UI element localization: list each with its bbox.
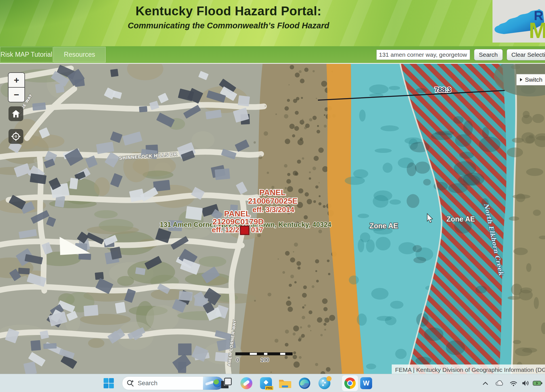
battery-charging-icon — [533, 380, 543, 387]
search-button[interactable]: Search — [474, 49, 503, 60]
panel-a-line1: PANEL — [259, 188, 286, 197]
taskbar-search-box[interactable]: Search — [122, 376, 224, 390]
scale-hundred-label: 100 — [261, 357, 269, 363]
preview-app-button[interactable]: PRE — [260, 377, 272, 389]
search-icon — [126, 379, 135, 387]
copilot-icon — [240, 377, 252, 389]
main-navbar: Risk MAP Tutorial Resources Search Clear… — [0, 46, 545, 63]
page-title: Kentucky Flood Hazard Portal: — [94, 4, 363, 18]
attribution-text: FEMA | Kentucky Division of Geographic I… — [395, 366, 545, 373]
portal-header: Kentucky Flood Hazard Portal: Communicat… — [0, 0, 545, 46]
hidden-icons-button[interactable] — [482, 381, 489, 386]
address-search-input[interactable] — [376, 50, 470, 60]
taskbar-search-placeholder: Search — [138, 380, 203, 387]
zoom-in-button[interactable]: + — [9, 73, 24, 87]
switch-basemap-button[interactable]: Switch — [516, 74, 545, 85]
clear-selection-button[interactable]: Clear Selection — [507, 49, 545, 60]
panel-b-line3a: eff. 12/2 — [212, 225, 239, 234]
chevron-up-icon — [482, 381, 489, 386]
volume-tray-button[interactable] — [521, 380, 530, 387]
start-button[interactable] — [103, 378, 114, 389]
file-explorer-icon — [278, 378, 292, 389]
onedrive-cloud-icon — [494, 380, 504, 387]
logo-letter-m: M — [529, 18, 545, 43]
onedrive-tray-button[interactable] — [494, 380, 504, 387]
tab-risk-map-tutorial-label: Risk MAP Tutorial — [1, 51, 52, 58]
address-marker[interactable] — [240, 226, 249, 235]
wifi-icon — [509, 380, 518, 387]
task-view-icon — [220, 377, 232, 389]
map-canvas[interactable]: 788.3 SHINNECOCK HILLS DR AMEN CORNER WA… — [0, 63, 545, 375]
locate-button[interactable] — [9, 129, 23, 144]
word-button[interactable]: W — [360, 377, 372, 389]
tab-resources[interactable]: Resources — [53, 47, 106, 62]
switch-label: Switch — [525, 76, 542, 83]
blue-orb-app-button[interactable] — [318, 377, 330, 389]
zone-ae-label-left: Zone AE — [370, 222, 398, 230]
home-extent-button[interactable] — [9, 106, 23, 121]
task-view-button[interactable] — [220, 377, 232, 389]
panel-a-line2: 2100670025E — [248, 197, 297, 205]
windows-taskbar: Search PRE — [0, 374, 545, 392]
locate-crosshair-icon — [11, 132, 20, 141]
windows-start-icon — [103, 378, 114, 389]
page-subtitle: Communicating the Commonwealth’s Flood H… — [94, 21, 363, 30]
edge-button[interactable] — [298, 377, 311, 389]
chrome-icon — [344, 378, 356, 389]
file-explorer-button[interactable] — [278, 378, 292, 389]
switch-arrow-icon — [520, 78, 522, 81]
panel-b-line3b: 017 — [251, 225, 263, 234]
pre-badge: PRE — [265, 386, 273, 390]
blue-orb-app-icon — [318, 377, 330, 389]
battery-tray-button[interactable] — [533, 380, 543, 387]
zoom-out-button[interactable]: − — [9, 88, 24, 102]
preview-app-icon: PRE — [260, 377, 272, 389]
panel-a-line3: eff. 3/3/2014 — [252, 205, 294, 214]
copilot-button[interactable] — [240, 377, 252, 389]
home-icon — [12, 110, 20, 118]
aerial-map-image: 788.3 SHINNECOCK HILLS DR AMEN CORNER WA… — [0, 64, 545, 375]
bfe-elevation-label: 788.3 — [435, 86, 451, 94]
word-icon: W — [360, 377, 372, 389]
speaker-icon — [521, 380, 530, 387]
edge-icon — [298, 377, 311, 389]
map-attribution: FEMA | Kentucky Division of Geographic I… — [392, 364, 545, 375]
risk-map-logo: R M — [492, 0, 545, 43]
panel-b-line1: PANEL — [224, 209, 251, 218]
chrome-active-plate[interactable] — [342, 375, 358, 391]
scale-zero-label: 0 — [236, 357, 239, 363]
zone-ae-label-right: Zone AE — [447, 215, 475, 223]
tab-resources-label: Resources — [64, 51, 95, 58]
panel-b-line2: 21209C0179D — [213, 217, 264, 226]
tab-risk-map-tutorial[interactable]: Risk MAP Tutorial — [0, 47, 53, 62]
wifi-tray-button[interactable] — [509, 380, 518, 387]
zoom-control: + − — [8, 72, 25, 102]
